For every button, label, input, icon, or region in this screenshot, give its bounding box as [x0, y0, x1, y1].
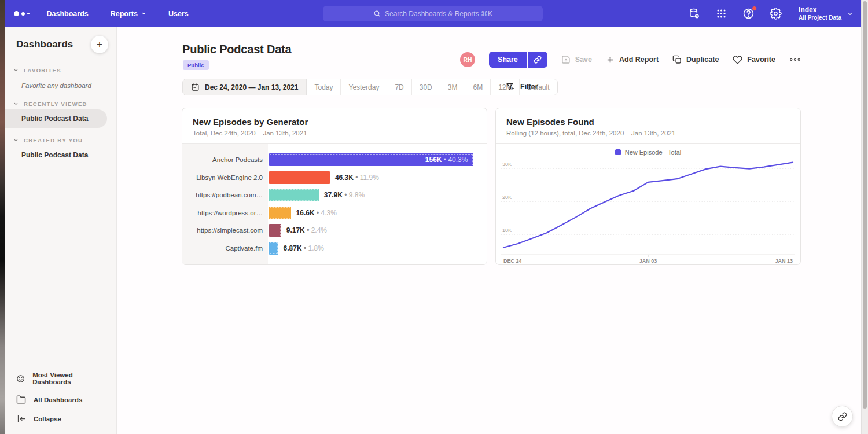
duplicate-label: Duplicate: [686, 56, 719, 64]
bar-category-label: https://simplecast.com: [182, 227, 268, 234]
date-preset-6m[interactable]: 6M: [465, 79, 491, 95]
bar-chart-title: New Episodes by Generator: [193, 117, 476, 127]
page-title: Public Podcast Data: [182, 43, 291, 56]
bar-chart: Anchor Podcasts156K • 40.3%Libsyn WebEng…: [182, 144, 487, 265]
bar[interactable]: [269, 242, 278, 255]
data-management-icon[interactable]: [687, 8, 700, 20]
help-icon[interactable]: [742, 8, 755, 20]
date-preset-7d[interactable]: 7D: [387, 79, 411, 95]
nav-item-dashboards[interactable]: Dashboards: [47, 10, 89, 18]
bar-value-label: 9.17K • 2.4%: [286, 226, 327, 234]
heart-icon: [733, 55, 742, 65]
bar-value-label: 37.9K • 9.8%: [324, 191, 365, 199]
settings-gear-icon[interactable]: [769, 8, 782, 20]
bar[interactable]: [269, 171, 330, 184]
x-axis-tick-label: JAN 13: [775, 258, 793, 264]
mixpanel-logo-icon[interactable]: [14, 11, 30, 16]
section-created-by-you-label: CREATED BY YOU: [24, 137, 83, 144]
x-axis-tick-label: JAN 03: [639, 258, 657, 264]
bar[interactable]: [269, 224, 281, 237]
all-dashboards-button[interactable]: All Dashboards: [5, 390, 116, 409]
duplicate-button[interactable]: Duplicate: [672, 55, 719, 64]
collapse-icon: [16, 414, 26, 424]
y-axis-tick-label: 30K: [502, 161, 512, 167]
bar-category-label: Anchor Podcasts: [182, 156, 268, 163]
save-button[interactable]: Save: [561, 55, 592, 64]
bar-row: https://simplecast.com9.17K • 2.4%: [182, 222, 487, 240]
bar-category-label: https://wordpress.or…: [182, 209, 268, 216]
bar-value-label: 16.6K • 4.3%: [296, 209, 337, 217]
add-report-button[interactable]: Add Report: [606, 56, 659, 64]
search-input[interactable]: Search Dashboards & Reports ⌘K: [323, 6, 543, 21]
scrollbar-thumb[interactable]: [863, 1, 867, 409]
section-favorites[interactable]: FAVORITES: [5, 58, 116, 76]
nav-dashboards-label: Dashboards: [47, 10, 89, 18]
bar-category-label: Libsyn WebEngine 2.0: [182, 174, 268, 181]
legend-swatch: [615, 149, 621, 155]
date-range-picker[interactable]: Dec 24, 2020 — Jan 13, 2021: [183, 79, 307, 95]
filter-funnel-icon: [506, 82, 515, 91]
scrollbar[interactable]: [861, 0, 868, 434]
nav-item-reports[interactable]: Reports: [111, 10, 146, 18]
project-name: Index: [799, 6, 841, 14]
share-label[interactable]: Share: [489, 52, 528, 68]
most-viewed-label: Most Viewed Dashboards: [32, 372, 105, 385]
most-viewed-dashboards-button[interactable]: Most Viewed Dashboards: [5, 367, 116, 390]
legend-label: New Episode - Total: [625, 149, 682, 156]
bar-row: https://wordpress.or…16.6K • 4.3%: [182, 204, 487, 222]
date-preset-30d[interactable]: 30D: [412, 79, 440, 95]
y-axis-tick-label: 10K: [502, 227, 512, 233]
add-dashboard-button[interactable]: +: [91, 36, 108, 53]
chevron-down-icon: [141, 11, 146, 16]
calendar-icon: [191, 83, 200, 91]
section-recently-viewed[interactable]: RECENTLY VIEWED: [5, 91, 116, 109]
avatar[interactable]: RH: [460, 52, 475, 67]
section-recently-viewed-label: RECENTLY VIEWED: [24, 101, 87, 107]
app-grid-icon[interactable]: [715, 8, 727, 20]
chart-legend[interactable]: New Episode - Total: [496, 144, 800, 156]
add-report-label: Add Report: [619, 56, 659, 64]
sidebar-item-public-podcast-data-created[interactable]: Public Podcast Data: [5, 146, 116, 164]
project-selector[interactable]: Index All Project Data: [799, 6, 853, 21]
bar-category-label: Captivate.fm: [182, 245, 268, 252]
folder-icon: [16, 395, 26, 404]
section-created-by-you[interactable]: CREATED BY YOU: [5, 128, 116, 146]
save-label: Save: [575, 56, 592, 64]
more-dots-icon: [789, 57, 801, 62]
date-range-bar: Dec 24, 2020 — Jan 13, 2021 TodayYesterd…: [182, 79, 558, 95]
line-series-new-episode-total[interactable]: [503, 163, 793, 248]
top-nav: Dashboards Reports Users Search Dashboar…: [5, 0, 861, 27]
bar[interactable]: [269, 189, 319, 201]
filter-button[interactable]: Filter: [506, 82, 538, 91]
date-preset-today[interactable]: Today: [307, 79, 341, 95]
sidebar-item-public-podcast-data[interactable]: Public Podcast Data: [5, 109, 107, 128]
card-new-episodes-by-generator: New Episodes by Generator Total, Dec 24t…: [182, 108, 487, 265]
bar-category-label: https://podbean.com…: [182, 192, 268, 198]
chevron-down-icon: [13, 68, 19, 73]
all-dashboards-label: All Dashboards: [34, 396, 82, 403]
nav-item-users[interactable]: Users: [168, 10, 189, 18]
bar-track: 6.87K • 1.8%: [268, 242, 487, 255]
share-button[interactable]: Share: [489, 52, 547, 68]
bar-row: Captivate.fm6.87K • 1.8%: [182, 240, 487, 258]
bar-track: 16.6K • 4.3%: [268, 207, 487, 219]
link-icon: [838, 412, 847, 421]
chevron-down-icon: [847, 11, 853, 17]
line-plot[interactable]: 10K20K30KDEC 24JAN 03JAN 13: [501, 161, 795, 264]
collapse-sidebar-button[interactable]: Collapse: [5, 409, 116, 428]
line-chart: New Episode - Total 10K20K30KDEC 24JAN 0…: [496, 144, 800, 265]
favorite-label: Favorite: [747, 56, 775, 64]
collapse-label: Collapse: [34, 415, 61, 422]
sidebar: Dashboards + FAVORITES Favorite any dash…: [5, 27, 117, 434]
date-preset-3m[interactable]: 3M: [440, 79, 466, 95]
main-content: Public Podcast Data Public RH Share Save…: [117, 27, 861, 434]
bar-track: 9.17K • 2.4%: [268, 224, 487, 237]
favorite-button[interactable]: Favorite: [733, 55, 775, 65]
share-link-button[interactable]: [528, 52, 547, 68]
sidebar-footer: Most Viewed Dashboards All Dashboards Co…: [5, 362, 116, 434]
date-preset-yesterday[interactable]: Yesterday: [341, 79, 387, 95]
bar[interactable]: [269, 207, 291, 219]
more-options-button[interactable]: [789, 57, 801, 62]
bar[interactable]: 156K • 40.3%: [269, 153, 473, 166]
copy-link-floating-button[interactable]: [832, 406, 853, 427]
